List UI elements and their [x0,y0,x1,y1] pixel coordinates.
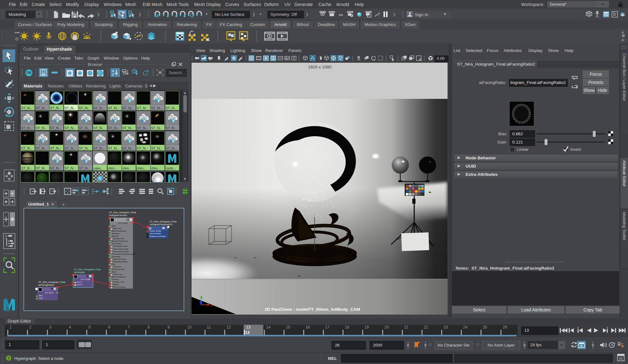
svg-text:IPR: IPR [339,14,343,16]
svg-text:x: x [211,303,213,307]
svg-text:T: T [293,57,295,60]
svg-text:2D Pan/Zoom : modelTT_50mm_ful: 2D Pan/Zoom : modelTT_50mm_fullBody_CAM [265,307,360,312]
svg-text:1920 x 1080: 1920 x 1080 [308,65,331,69]
svg-text:Z: Z [112,73,114,76]
svg-text:A: A [112,69,114,73]
svg-text:{;}: {;} [619,356,623,360]
